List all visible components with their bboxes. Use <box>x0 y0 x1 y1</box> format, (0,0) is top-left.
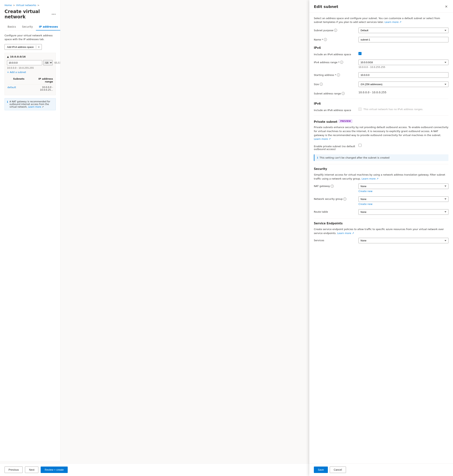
nat-learn-more-link[interactable]: Learn more <box>28 106 41 108</box>
address-ip-input[interactable] <box>7 60 42 65</box>
subnet-range-value: 10.0.0.0 - 10.0.0.25... <box>30 86 53 91</box>
service-endpoints-learn-more-link[interactable]: Learn more ↗ <box>337 232 354 235</box>
enable-private-subnet-control <box>359 144 448 147</box>
tab-basics[interactable]: Basics <box>5 23 19 30</box>
services-group: Services None <box>314 238 448 243</box>
ipv4-range-label: IPv4 address range * i <box>314 60 355 64</box>
subnet-purpose-info-icon[interactable]: i <box>334 29 337 32</box>
private-subnet-learn-more-link[interactable]: Learn more ↗ <box>314 137 331 140</box>
nat-gateway-info-icon[interactable]: i <box>331 185 334 188</box>
table-row: default 10.0.0.0 - 10.0.0.25... <box>7 85 53 92</box>
subnet-address-range-value: 10.0.0.0 - 10.0.0.255 <box>359 91 448 94</box>
name-control <box>359 37 448 42</box>
save-button[interactable]: Save <box>314 467 328 473</box>
drawer-description: Select an address space and configure yo… <box>314 16 448 24</box>
subnet-purpose-label: Subnet purpose i <box>314 28 355 32</box>
nat-gateway-create-new-link[interactable]: Create new <box>359 190 448 193</box>
nsg-select[interactable]: None <box>359 196 448 202</box>
name-label: Name * i <box>314 37 355 41</box>
enable-private-subnet-group: Enable private subnet (no default outbou… <box>314 144 448 151</box>
service-endpoints-divider <box>314 218 448 219</box>
nsg-label: Network security group i <box>314 196 355 201</box>
include-ipv6-control: This virtual network has no IPv6 address… <box>359 108 448 111</box>
next-button[interactable]: Next <box>25 467 38 473</box>
include-ipv6-group: Include an IPv6 address space This virtu… <box>314 108 448 112</box>
address-count: 65,536 <box>54 61 61 64</box>
ipv6-section-title: IPv6 <box>314 102 448 105</box>
services-label: Services <box>314 238 355 242</box>
include-ipv4-label: Include an IPv4 address space <box>314 52 355 56</box>
subnet-name-link[interactable]: default <box>7 86 16 89</box>
services-select[interactable]: None <box>359 238 448 243</box>
include-ipv4-control <box>359 52 448 55</box>
subnet-address-range-group: Subnet address range i 10.0.0.0 - 10.0.0… <box>314 91 448 95</box>
address-cidr-select[interactable]: /16 <box>43 60 53 65</box>
info-icon: ℹ <box>7 100 8 108</box>
security-learn-more-link[interactable]: Learn more ↗ <box>362 177 379 180</box>
nsg-control: None Create new <box>359 196 448 205</box>
nsg-create-new-link[interactable]: Create new <box>359 203 448 205</box>
button-divider <box>36 45 36 48</box>
tab-ip-addresses[interactable]: IP addresses <box>36 23 61 30</box>
page-title-menu[interactable]: ··· <box>51 12 56 16</box>
subnet-address-range-label: Subnet address range i <box>314 91 355 95</box>
name-input[interactable] <box>359 37 448 42</box>
include-ipv6-checkbox[interactable] <box>359 108 361 111</box>
route-table-select[interactable]: None <box>359 209 448 215</box>
tab-security[interactable]: Security <box>19 23 36 30</box>
previous-button[interactable]: Previous <box>5 467 23 473</box>
section-description: Configure your virtual network address s… <box>5 34 56 41</box>
notice-icon: ℹ <box>317 156 318 159</box>
subnet-purpose-select[interactable]: Default <box>359 28 448 33</box>
subnets-col-header-name: Subnets <box>7 77 30 83</box>
private-subnet-description: Private subnets enhance security by not … <box>314 125 448 141</box>
subnet-purpose-control: Default <box>359 28 448 33</box>
nat-gateway-select[interactable]: None <box>359 183 448 189</box>
name-info-icon[interactable]: i <box>324 38 327 41</box>
drawer-header: Edit subnet ✕ <box>309 0 453 13</box>
size-select[interactable]: /24 (256 addresses) <box>359 81 448 87</box>
security-description: Simplify internet access for virtual mac… <box>314 173 448 181</box>
nat-gateway-control: None Create new <box>359 183 448 193</box>
nat-gateway-group: NAT gateway i None Create new <box>314 183 448 193</box>
chevron-down-icon: ▾ <box>38 46 39 48</box>
starting-address-label: Starting address * i <box>314 72 355 76</box>
breadcrumb-home[interactable]: Home <box>5 4 12 7</box>
size-group: Size i /24 (256 addresses) <box>314 81 448 87</box>
starting-address-input[interactable] <box>359 72 448 78</box>
ipv4-range-group: IPv4 address range * i 10.0.0.0/16 10.0.… <box>314 60 448 68</box>
close-button[interactable]: ✕ <box>444 4 448 9</box>
include-ipv4-group: Include an IPv4 address space <box>314 52 448 56</box>
add-ipv4-address-space-button[interactable]: Add IPv4 address space ▾ <box>5 44 42 50</box>
subnets-col-header-range: IP address range <box>30 77 53 83</box>
enable-private-subnet-label: Enable private subnet (no default outbou… <box>314 144 355 151</box>
edit-subnet-drawer: Edit subnet ✕ Select an address space an… <box>309 0 453 476</box>
starting-address-info-icon[interactable]: i <box>337 73 340 76</box>
review-create-button[interactable]: Review + create <box>41 467 68 473</box>
private-subnet-section: Private subnet PREVIEW Private subnets e… <box>314 119 448 161</box>
route-table-label: Route table <box>314 209 355 213</box>
drawer-learn-more-link[interactable]: Learn more ↗ <box>385 21 401 23</box>
drawer-footer: Save Cancel <box>309 463 453 476</box>
enable-private-subnet-checkbox[interactable] <box>359 144 361 147</box>
collapse-icon: ▲ <box>7 55 9 58</box>
setting-notice: ℹ This setting can't be changed after th… <box>314 154 448 161</box>
nat-gateway-label: NAT gateway i <box>314 183 355 188</box>
breadcrumb-virtual-networks[interactable]: Virtual networks <box>16 4 36 7</box>
breadcrumb-sep2: > <box>37 4 39 7</box>
cancel-button[interactable]: Cancel <box>330 467 346 473</box>
include-ipv4-checkbox[interactable] <box>359 52 361 55</box>
address-block-header[interactable]: ▲ 10.0.0.0/16 <box>7 55 53 58</box>
subnet-purpose-group: Subnet purpose i Default <box>314 28 448 33</box>
address-range-text: 10.0.0.0 - 10.0.255.255 <box>7 67 53 69</box>
size-info-icon[interactable]: i <box>320 83 323 86</box>
starting-address-control <box>359 72 448 78</box>
preview-badge: PREVIEW <box>339 120 352 123</box>
subnet-address-range-info-icon[interactable]: i <box>342 92 345 95</box>
nsg-info-icon[interactable]: i <box>343 197 346 201</box>
add-subnet-link[interactable]: + Add a subnet <box>7 71 53 74</box>
address-block: ▲ 10.0.0.0/16 /16 65,536 10.0.0.0 - 10.0… <box>5 53 56 95</box>
breadcrumb-sep1: > <box>13 4 15 7</box>
ipv4-range-info-icon[interactable]: i <box>340 61 343 64</box>
ipv4-range-select[interactable]: 10.0.0.0/16 <box>359 60 448 65</box>
